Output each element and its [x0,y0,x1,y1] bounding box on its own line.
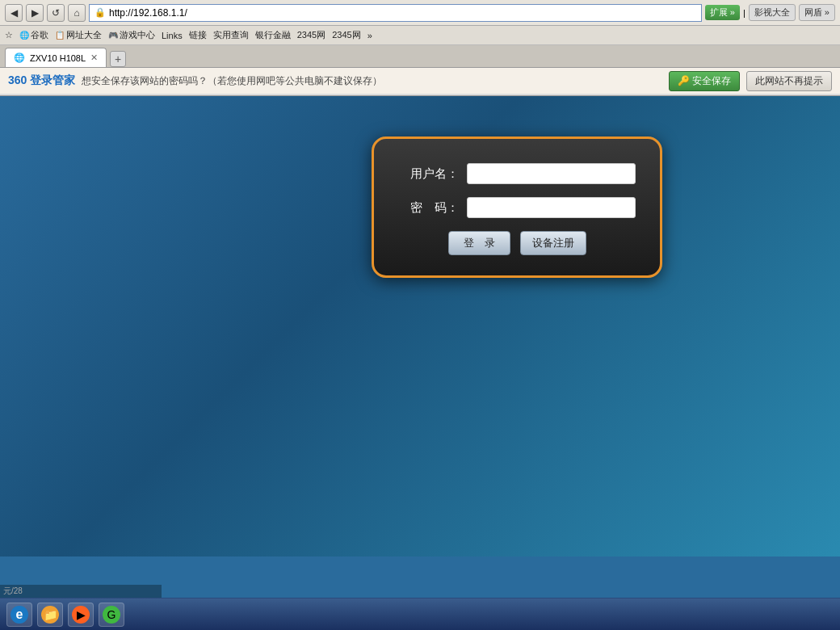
active-tab[interactable]: 🌐 ZXV10 H108L ✕ [5,48,107,67]
bookmark-bank-label: 银行金融 [255,29,291,41]
bookmark-links-label: Links [162,31,183,40]
no-remind-button[interactable]: 此网站不再提示 [746,71,832,91]
device-register-button[interactable]: 设备注册 [520,231,586,255]
forward-button[interactable]: ▶ [26,4,44,22]
bookmark-2345a[interactable]: 2345网 [297,29,326,41]
login-dialog: 用户名： 密 码： 登 录 设备注册 ❗ 错误信息 用户信息有误，请重新输入。 [372,136,662,278]
bookmark-more-label: » [368,31,372,40]
bookmark-nav[interactable]: 📋 网址大全 [55,29,102,41]
login-buttons: 登 录 设备注册 [398,231,636,255]
right-controls: 扩展 » | 影视大全 网盾 » [705,4,835,21]
bookmark-search-label: 实用查询 [213,29,249,41]
bookmark-link2-label: 链接 [189,29,207,41]
address-bar: 🔒 [89,4,702,22]
separator: | [743,8,746,18]
bookmarks-bar: ☆ 🌐 谷歌 📋 网址大全 🎮 游戏中心 Links 链接 实用查询 银行金融 … [0,26,840,45]
security-message: 想安全保存该网站的密码吗？（若您使用网吧等公共电脑不建议保存） [82,74,662,88]
back-button[interactable]: ◀ [5,4,23,22]
home-button[interactable]: ⌂ [68,4,86,22]
bookmark-2345a-label: 2345网 [297,29,326,41]
security-bar: 360 登录管家 想安全保存该网站的密码吗？（若您使用网吧等公共电脑不建议保存）… [0,68,840,95]
tab-title: ZXV10 H108L [30,53,86,63]
bookmark-link2[interactable]: 链接 [189,29,207,41]
new-tab-button[interactable]: + [110,51,126,67]
tab-close-button[interactable]: ✕ [90,52,98,63]
lock-icon: 🔒 [94,7,106,18]
360-logo: 360 登录管家 [8,74,75,88]
login-button[interactable]: 登 录 [448,231,510,255]
bookmark-bank[interactable]: 银行金融 [255,29,291,41]
username-label: 用户名： [398,166,459,182]
safe-save-button[interactable]: 🔑 安全保存 [669,71,740,91]
status-text: 元/28 [3,586,23,595]
bookmark-nav-label: 网址大全 [66,29,102,41]
bookmark-star-icon: ☆ [5,30,13,40]
url-input[interactable] [109,7,696,19]
green-app-icon: G [103,606,120,624]
network-button[interactable]: 网盾 » [799,4,835,21]
bookmark-2345b[interactable]: 2345网 [332,29,360,41]
bookmark-search[interactable]: 实用查询 [213,29,249,41]
bookmark-games[interactable]: 🎮 游戏中心 [108,29,155,41]
ie-icon: e [10,606,28,624]
tab-favicon: 🌐 [14,52,25,63]
bookmark-2345b-label: 2345网 [332,29,360,41]
password-label: 密 码： [398,200,459,216]
bookmark-google-label: 谷歌 [31,29,48,41]
taskbar-green[interactable]: G [99,603,124,627]
expand-button[interactable]: 扩展 » [705,5,740,20]
bookmark-google[interactable]: 🌐 谷歌 [19,29,48,41]
password-input[interactable] [467,197,636,218]
bookmark-links[interactable]: Links [162,31,183,40]
taskbar-media[interactable]: ▶ [68,603,94,627]
nav-bar: ◀ ▶ ↺ ⌂ 🔒 扩展 » | 影视大全 网盾 » [0,0,840,26]
refresh-button[interactable]: ↺ [47,4,65,22]
bookmark-more[interactable]: » [368,31,372,40]
taskbar-folder[interactable]: 📁 [37,603,63,627]
taskbar: e 📁 ▶ G [0,598,840,630]
browser-chrome: ◀ ▶ ↺ ⌂ 🔒 扩展 » | 影视大全 网盾 » ☆ 🌐 谷歌 📋 网址大全… [0,0,840,96]
tab-bar: 🌐 ZXV10 H108L ✕ + [0,45,840,68]
main-content: 用户名： 密 码： 登 录 设备注册 ❗ 错误信息 用户信息有误，请重新输入。 [0,96,840,556]
status-bar: 元/28 [0,585,162,598]
password-row: 密 码： [398,197,636,218]
movie-button[interactable]: 影视大全 [749,4,796,21]
username-input[interactable] [467,163,636,184]
folder-icon: 📁 [41,606,59,624]
media-icon: ▶ [72,606,90,624]
taskbar-ie[interactable]: e [6,603,32,627]
username-row: 用户名： [398,163,636,184]
bookmark-games-label: 游戏中心 [120,29,155,41]
